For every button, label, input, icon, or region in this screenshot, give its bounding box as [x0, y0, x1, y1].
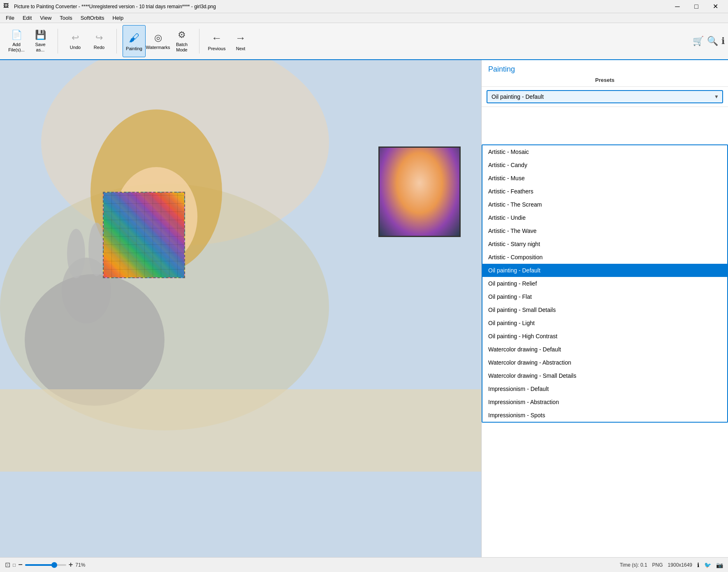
painting-icon: 🖌: [129, 32, 139, 44]
save-as-icon: 💾: [35, 30, 46, 40]
close-button[interactable]: ✕: [706, 0, 725, 13]
svg-rect-9: [0, 389, 481, 472]
watermarks-icon: ◎: [154, 33, 162, 43]
info-icon[interactable]: ℹ: [721, 36, 725, 47]
toolbar: 📄 Add File(s)... 💾 Save as... ↩ Undo ↪ R…: [0, 23, 728, 60]
next-icon: →: [235, 32, 246, 44]
twitter-icon[interactable]: 🐦: [704, 562, 711, 568]
dropdown-container: Artistic - Mosaic Artistic - Candy Artis…: [482, 87, 728, 107]
previous-button[interactable]: ← Previous: [205, 25, 228, 57]
watermarks-button[interactable]: ◎ Watermarks: [146, 25, 169, 57]
redo-icon: ↪: [95, 33, 103, 43]
preset-item-artistic-candy[interactable]: Artistic - Candy: [482, 158, 727, 172]
preset-item-oil-default[interactable]: Oil painting - Default: [482, 264, 727, 277]
preset-item-watercolor-default[interactable]: Watercolor drawing - Default: [482, 343, 727, 356]
presets-label: Presets: [488, 77, 721, 83]
menu-help[interactable]: Help: [108, 14, 128, 22]
preset-item-oil-relief[interactable]: Oil painting - Relief: [482, 277, 727, 290]
cart-icon[interactable]: 🛒: [693, 36, 704, 47]
zoom-slider-thumb[interactable]: [51, 562, 57, 568]
batch-mode-button[interactable]: ⚙ Batch Mode: [170, 25, 193, 57]
fit-icon[interactable]: □: [13, 562, 16, 568]
add-file-button[interactable]: 📄 Add File(s)...: [5, 25, 28, 57]
add-file-icon: 📄: [11, 30, 22, 40]
save-as-button[interactable]: 💾 Save as...: [29, 25, 52, 57]
undo-icon: ↩: [72, 33, 79, 43]
dropdown-wrapper: Artistic - Mosaic Artistic - Candy Artis…: [487, 90, 723, 103]
maximize-button[interactable]: □: [687, 0, 706, 13]
menu-softorbits[interactable]: SoftOrbits: [77, 14, 109, 22]
format-label: PNG: [652, 562, 663, 568]
toolbar-tools-group: 🖌 Painting ◎ Watermarks ⚙ Batch Mode: [121, 25, 195, 57]
menu-view[interactable]: View: [36, 14, 56, 22]
undo-button[interactable]: ↩ Undo: [64, 25, 87, 57]
zoom-slider[interactable]: [25, 564, 66, 566]
zoom-percent-label: 71%: [75, 562, 85, 568]
redo-button[interactable]: ↪ Redo: [88, 25, 111, 57]
preset-item-oil-flat[interactable]: Oil painting - Flat: [482, 290, 727, 303]
toolbar-divider-3: [199, 29, 199, 53]
preset-item-artistic-undie[interactable]: Artistic - Undie: [482, 211, 727, 224]
dimensions-label: 1900x1649: [668, 562, 692, 568]
panel-header: Painting Presets: [482, 60, 728, 87]
minimize-button[interactable]: ─: [668, 0, 687, 13]
menu-file[interactable]: File: [2, 14, 19, 22]
add-file-label: Add File(s)...: [8, 42, 25, 53]
toolbar-file-group: 📄 Add File(s)... 💾 Save as...: [3, 25, 53, 57]
undo-label: Undo: [70, 45, 81, 50]
preset-item-artistic-starry-night[interactable]: Artistic - Starry night: [482, 237, 727, 251]
search-icon[interactable]: 🔍: [707, 36, 718, 47]
canvas-area[interactable]: [0, 60, 481, 557]
help-status-icon[interactable]: ℹ: [697, 562, 699, 568]
panel-title: Painting: [488, 65, 721, 74]
preset-item-oil-small-details[interactable]: Oil painting - Small Details: [482, 303, 727, 316]
preset-item-artistic-composition[interactable]: Artistic - Composition: [482, 251, 727, 264]
zoom-slider-fill: [25, 564, 54, 566]
preset-item-impressionism-abstraction[interactable]: Impressionism - Abstraction: [482, 395, 727, 409]
batch-mode-label: Batch Mode: [176, 42, 188, 53]
toolbar-divider-2: [116, 29, 117, 53]
preset-item-oil-light[interactable]: Oil painting - Light: [482, 316, 727, 330]
time-label: Time (s): 0.1: [620, 562, 647, 568]
zoom-out-icon[interactable]: ⊡: [5, 561, 10, 569]
preset-item-artistic-the-wave[interactable]: Artistic - The Wave: [482, 224, 727, 237]
preset-item-artistic-the-scream[interactable]: Artistic - The Scream: [482, 198, 727, 211]
preset-dropdown-list[interactable]: Artistic - Mosaic Artistic - Candy Artis…: [482, 144, 728, 423]
next-label: Next: [236, 46, 246, 51]
preset-item-impressionism-spots[interactable]: Impressionism - Spots: [482, 409, 727, 422]
batch-mode-icon: ⚙: [178, 30, 186, 40]
preset-item-oil-high-contrast[interactable]: Oil painting - High Contrast: [482, 330, 727, 343]
next-button[interactable]: → Next: [229, 25, 252, 57]
title-bar: 🖼 Picture to Painting Converter - ****Un…: [0, 0, 728, 13]
menu-tools[interactable]: Tools: [56, 14, 76, 22]
title-bar-controls: ─ □ ✕: [668, 0, 725, 13]
preset-dropdown[interactable]: Artistic - Mosaic Artistic - Candy Artis…: [487, 90, 723, 103]
main-image: [0, 60, 481, 557]
status-bar: ⊡ □ − + 71% Time (s): 0.1 PNG 1900x1649 …: [0, 557, 728, 572]
mosaic-inner: [104, 193, 184, 277]
camera-icon[interactable]: 📷: [716, 562, 723, 568]
preset-item-watercolor-small-details[interactable]: Watercolor drawing - Small Details: [482, 369, 727, 382]
previous-icon: ←: [211, 32, 222, 44]
face-preview-inner: [380, 148, 459, 236]
redo-label: Redo: [94, 45, 104, 50]
zoom-minus[interactable]: −: [18, 560, 23, 569]
status-right: Time (s): 0.1 PNG 1900x1649 ℹ 🐦 📷: [620, 562, 723, 568]
painting-button[interactable]: 🖌 Painting: [123, 25, 146, 57]
preset-item-artistic-feathers[interactable]: Artistic - Feathers: [482, 185, 727, 198]
zoom-plus[interactable]: +: [69, 560, 73, 569]
watermarks-label: Watermarks: [146, 45, 170, 50]
preset-item-artistic-muse[interactable]: Artistic - Muse: [482, 172, 727, 185]
previous-label: Previous: [208, 46, 226, 51]
main-content: Painting Presets Artistic - Mosaic Artis…: [0, 60, 728, 557]
toolbar-nav-group: ← Previous → Next: [204, 25, 254, 57]
zoom-controls: ⊡ □ − + 71%: [5, 560, 85, 569]
app-icon: 🖼: [3, 2, 12, 11]
preset-item-watercolor-abstraction[interactable]: Watercolor drawing - Abstraction: [482, 356, 727, 369]
preset-item-artistic-mosaic[interactable]: Artistic - Mosaic: [482, 145, 727, 158]
face-preview-thumbnail: [378, 146, 461, 237]
svg-point-8: [88, 223, 105, 276]
menu-edit[interactable]: Edit: [19, 14, 36, 22]
right-panel: Painting Presets Artistic - Mosaic Artis…: [481, 60, 728, 557]
preset-item-impressionism-default[interactable]: Impressionism - Default: [482, 382, 727, 395]
